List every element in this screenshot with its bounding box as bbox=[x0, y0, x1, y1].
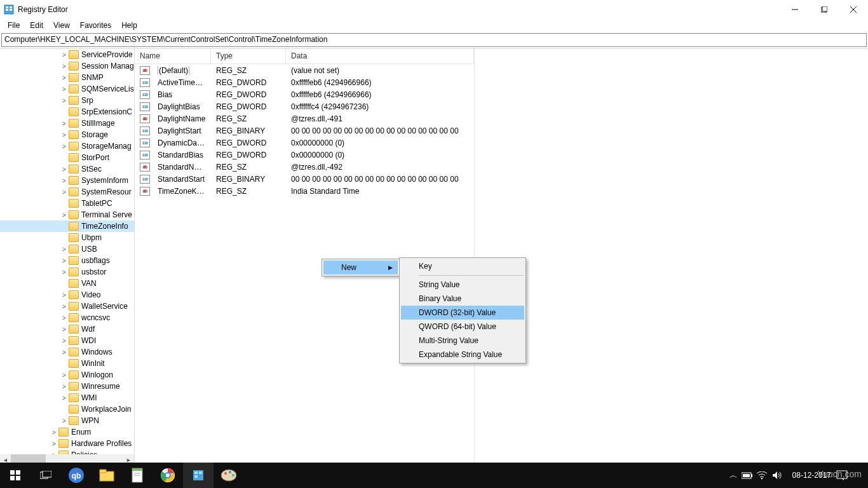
expand-icon[interactable]: > bbox=[60, 212, 68, 219]
tree-item[interactable]: >Winlogon bbox=[0, 369, 134, 381]
list-row[interactable]: TimeZoneKeyN...REG_SZIndia Standard Time bbox=[135, 185, 474, 197]
tree-item[interactable]: Ubpm bbox=[0, 232, 134, 243]
tray-clock[interactable]: 08-12-2017 bbox=[787, 471, 836, 480]
ctx-item[interactable]: Expandable String Value bbox=[401, 348, 524, 362]
tree-item[interactable]: >Winresume bbox=[0, 381, 134, 392]
list-row[interactable]: StandardBiasREG_DWORD0x00000000 (0) bbox=[135, 149, 474, 161]
close-button[interactable] bbox=[839, 0, 868, 19]
tree-item[interactable]: >WMI bbox=[0, 392, 134, 403]
expand-icon[interactable]: > bbox=[60, 63, 68, 70]
tree-item[interactable]: >SystemResour bbox=[0, 186, 134, 198]
tree-item[interactable]: >Session Manag bbox=[0, 60, 134, 72]
address-bar[interactable]: Computer\HKEY_LOCAL_MACHINE\SYSTEM\Curre… bbox=[1, 33, 867, 47]
tree-item[interactable]: >ServiceProvide bbox=[0, 49, 134, 60]
tree-item[interactable]: >Hardware Profiles bbox=[0, 438, 134, 449]
expand-icon[interactable]: > bbox=[60, 315, 68, 322]
tray-chevron-up-icon[interactable]: ︿ bbox=[726, 470, 742, 481]
expand-icon[interactable]: > bbox=[60, 326, 68, 333]
expand-icon[interactable]: > bbox=[60, 372, 68, 379]
tree-item[interactable]: >Enum bbox=[0, 426, 134, 438]
taskbar-app-notepad[interactable] bbox=[122, 463, 153, 488]
ctx-item[interactable]: QWORD (64-bit) Value bbox=[401, 320, 524, 334]
maximize-button[interactable] bbox=[810, 0, 839, 19]
tree-item[interactable]: >WDI bbox=[0, 335, 134, 346]
list-row[interactable]: DaylightBiasREG_DWORD0xffffffc4 (4294967… bbox=[135, 100, 474, 112]
menu-favorites[interactable]: Favorites bbox=[75, 20, 116, 31]
expand-icon[interactable]: > bbox=[60, 51, 68, 58]
ctx-item[interactable]: DWORD (32-bit) Value bbox=[401, 306, 524, 320]
ctx-item[interactable]: Key bbox=[401, 259, 524, 273]
tree-item[interactable]: >SQMServiceLis bbox=[0, 83, 134, 95]
tree-item[interactable]: WorkplaceJoin bbox=[0, 403, 134, 415]
expand-icon[interactable]: > bbox=[60, 257, 68, 264]
tree-item[interactable]: >Video bbox=[0, 289, 134, 301]
tray-volume-icon[interactable] bbox=[772, 471, 787, 480]
tree-item[interactable]: WinInit bbox=[0, 358, 134, 369]
taskbar-app-chrome[interactable] bbox=[153, 463, 183, 488]
tree-view[interactable]: >ServiceProvide>Session Manag>SNMP>SQMSe… bbox=[0, 49, 135, 465]
taskbar-app-regedit[interactable] bbox=[183, 463, 214, 488]
list-row[interactable]: BiasREG_DWORD0xfffffeb6 (4294966966) bbox=[135, 88, 474, 100]
menu-view[interactable]: View bbox=[48, 20, 75, 31]
taskbar-app-paint[interactable] bbox=[214, 463, 244, 488]
menu-file[interactable]: File bbox=[3, 20, 25, 31]
tree-item[interactable]: >usbflags bbox=[0, 255, 134, 266]
expand-icon[interactable]: > bbox=[60, 166, 68, 173]
expand-icon[interactable]: > bbox=[60, 383, 68, 390]
tree-item[interactable]: >Srp bbox=[0, 95, 134, 106]
system-tray[interactable]: ︿ 08-12-2017 bbox=[726, 463, 868, 488]
tree-item[interactable]: TabletPC bbox=[0, 198, 134, 209]
expand-icon[interactable]: > bbox=[60, 86, 68, 93]
expand-icon[interactable]: > bbox=[60, 292, 68, 299]
tree-item[interactable]: >WalletService bbox=[0, 301, 134, 312]
list-row[interactable]: StandardNameREG_SZ@tzres.dll,-492 bbox=[135, 161, 474, 173]
expand-icon[interactable]: > bbox=[60, 337, 68, 344]
list-row[interactable]: ActiveTimeBiasREG_DWORD0xfffffeb6 (42949… bbox=[135, 76, 474, 88]
taskbar-app-qbit[interactable]: qb bbox=[61, 463, 92, 488]
col-data[interactable]: Data bbox=[286, 49, 474, 64]
tree-item[interactable]: >Terminal Serve bbox=[0, 209, 134, 220]
list-row[interactable]: DaylightStartREG_BINARY00 00 00 00 00 00… bbox=[135, 125, 474, 137]
expand-icon[interactable]: > bbox=[60, 246, 68, 253]
tray-notifications-icon[interactable] bbox=[836, 470, 868, 481]
taskbar-app-explorer[interactable] bbox=[92, 463, 122, 488]
tree-item[interactable]: >Wdf bbox=[0, 323, 134, 335]
expand-icon[interactable]: > bbox=[60, 417, 68, 424]
tree-item[interactable]: >wcncsvc bbox=[0, 312, 134, 323]
expand-icon[interactable]: > bbox=[60, 269, 68, 276]
expand-icon[interactable]: > bbox=[60, 395, 68, 402]
expand-icon[interactable]: > bbox=[60, 189, 68, 196]
taskbar[interactable]: qb ︿ 08-12-2017 bbox=[0, 463, 868, 488]
expand-icon[interactable]: > bbox=[60, 177, 68, 184]
tree-item[interactable]: >SNMP bbox=[0, 72, 134, 83]
expand-icon[interactable]: > bbox=[60, 143, 68, 150]
tree-item[interactable]: >SystemInform bbox=[0, 175, 134, 186]
tree-item[interactable]: >WPN bbox=[0, 415, 134, 426]
start-button[interactable] bbox=[0, 463, 31, 488]
ctx-item[interactable]: Multi-String Value bbox=[401, 334, 524, 348]
tree-item[interactable]: >USB bbox=[0, 243, 134, 255]
minimize-button[interactable] bbox=[780, 0, 810, 19]
tree-item[interactable]: >Storage bbox=[0, 129, 134, 140]
tray-wifi-icon[interactable] bbox=[757, 471, 772, 480]
tree-item[interactable]: >StSec bbox=[0, 163, 134, 175]
tray-battery-icon[interactable] bbox=[742, 472, 757, 479]
tree-item[interactable]: >Windows bbox=[0, 346, 134, 358]
ctx-new[interactable]: New ▶ bbox=[323, 261, 398, 274]
menu-help[interactable]: Help bbox=[116, 20, 142, 31]
expand-icon[interactable]: > bbox=[60, 120, 68, 127]
ctx-item[interactable]: Binary Value bbox=[401, 292, 524, 306]
tree-item[interactable]: >StillImage bbox=[0, 118, 134, 129]
tree-item[interactable]: SrpExtensionC bbox=[0, 106, 134, 118]
list-row[interactable]: StandardStartREG_BINARY00 00 00 00 00 00… bbox=[135, 173, 474, 185]
expand-icon[interactable]: > bbox=[60, 303, 68, 310]
expand-icon[interactable]: > bbox=[60, 349, 68, 356]
taskview-button[interactable] bbox=[31, 463, 61, 488]
expand-icon[interactable]: > bbox=[50, 429, 58, 436]
tree-item[interactable]: >StorageManag bbox=[0, 140, 134, 152]
tree-item[interactable]: VAN bbox=[0, 278, 134, 289]
tree-item[interactable]: >usbstor bbox=[0, 266, 134, 278]
list-row[interactable]: DynamicDayligh...REG_DWORD0x00000000 (0) bbox=[135, 137, 474, 149]
list-row[interactable]: DaylightNameREG_SZ@tzres.dll,-491 bbox=[135, 112, 474, 125]
expand-icon[interactable]: > bbox=[60, 132, 68, 139]
